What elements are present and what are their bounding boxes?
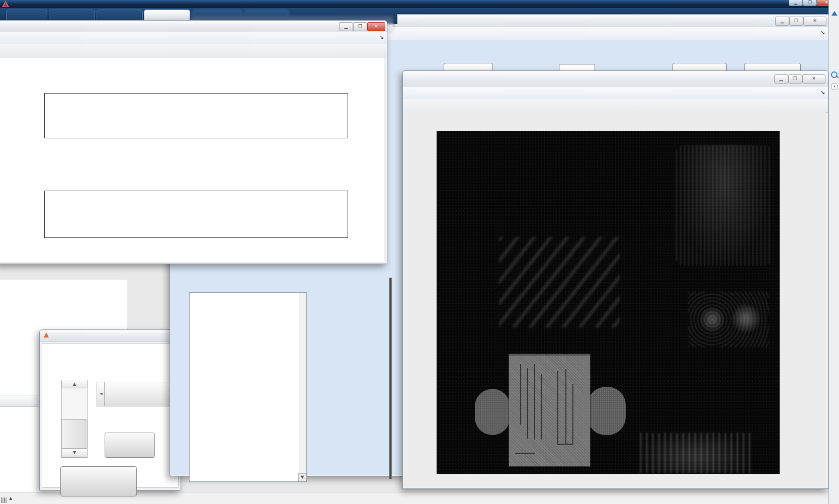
- resize-grip[interactable]: ▲: [1, 495, 14, 501]
- linescan-plot[interactable]: [44, 93, 348, 138]
- right-figure-titlebar[interactable]: ▁ ❐ ✕: [403, 71, 828, 88]
- slider-window: ▲ ▼ ◄: [39, 329, 181, 490]
- restore-button[interactable]: ❐: [803, 0, 817, 6]
- fig2-minimize-button[interactable]: ▁: [339, 22, 353, 31]
- fig2-close-button[interactable]: ✕: [367, 22, 385, 31]
- interval-grenze-1-button[interactable]: [105, 433, 155, 458]
- matlab-figure-icon: [44, 332, 49, 338]
- matlab-logo-icon: [2, 1, 9, 7]
- linescan-markers-layer: [437, 131, 780, 474]
- right-figure-toolbar: [403, 99, 828, 113]
- figure2-menubar: ↘: [0, 32, 387, 44]
- linescan-x-ticks: [44, 139, 347, 146]
- rf-dock-arrow-icon[interactable]: ↘: [820, 89, 825, 96]
- matlab-titlebar: ▁ ❐ ✕: [0, 0, 839, 8]
- right-figure-menubar: ↘: [403, 87, 828, 100]
- slider-titlebar[interactable]: [40, 330, 181, 342]
- gui-axis-ticks: [351, 287, 388, 488]
- y-slider-down-button[interactable]: ▼: [61, 448, 88, 458]
- y-slider-thumb[interactable]: [61, 419, 88, 449]
- auto-linescan-button[interactable]: [60, 466, 137, 496]
- image-x-axis-ticks: [437, 478, 780, 485]
- slider-window-body: ▲ ▼ ◄: [42, 343, 179, 488]
- listbox-scroll-down-icon[interactable]: ▼: [298, 473, 306, 481]
- gui-close-button[interactable]: ✕: [803, 17, 826, 26]
- right-figure-body: [403, 112, 826, 487]
- figure2-canvas: [0, 58, 384, 262]
- figure2-window: ▁ ❐ ✕ ↘: [0, 20, 387, 264]
- right-figure-window: ▁ ❐ ✕ ↘: [402, 70, 828, 489]
- fitting-x-ticks: [44, 239, 347, 246]
- screen: ▁ ❐ ✕ ▾ ▲: [0, 0, 839, 504]
- gui-dock-arrow-icon[interactable]: ↘: [820, 29, 825, 36]
- figure2-toolbar: [0, 44, 387, 57]
- fig2-dock-arrow-icon[interactable]: ↘: [379, 34, 384, 40]
- rf-minimize-button[interactable]: ▁: [774, 74, 788, 83]
- search-icon[interactable]: [831, 71, 837, 78]
- figure2-titlebar[interactable]: ▁ ❐ ✕: [0, 21, 387, 32]
- fig2-restore-button[interactable]: ❐: [353, 22, 367, 31]
- rf-close-button[interactable]: ✕: [802, 74, 825, 83]
- gui-restore-button[interactable]: ❐: [789, 17, 803, 26]
- linescan-y-ticks: [25, 93, 42, 137]
- chevron-down-circle-icon[interactable]: ▾: [831, 83, 838, 90]
- docked-sidebar: ▾: [828, 0, 839, 504]
- panel-divider: [389, 278, 392, 479]
- y-slider-track-upper[interactable]: [61, 388, 88, 420]
- gui-minimize-button[interactable]: ▁: [775, 17, 789, 26]
- linescan-listbox[interactable]: ▼: [189, 292, 307, 482]
- scan-image[interactable]: [437, 131, 780, 474]
- image-y-axis-ticks: [415, 131, 433, 474]
- fitting-plot[interactable]: [44, 191, 348, 238]
- minimize-button[interactable]: ▁: [789, 0, 803, 6]
- expand-up-icon[interactable]: [831, 11, 837, 16]
- fitting-y-ticks: [25, 191, 42, 237]
- rf-restore-button[interactable]: ❐: [788, 74, 802, 83]
- listbox-scrollbar[interactable]: [299, 293, 306, 481]
